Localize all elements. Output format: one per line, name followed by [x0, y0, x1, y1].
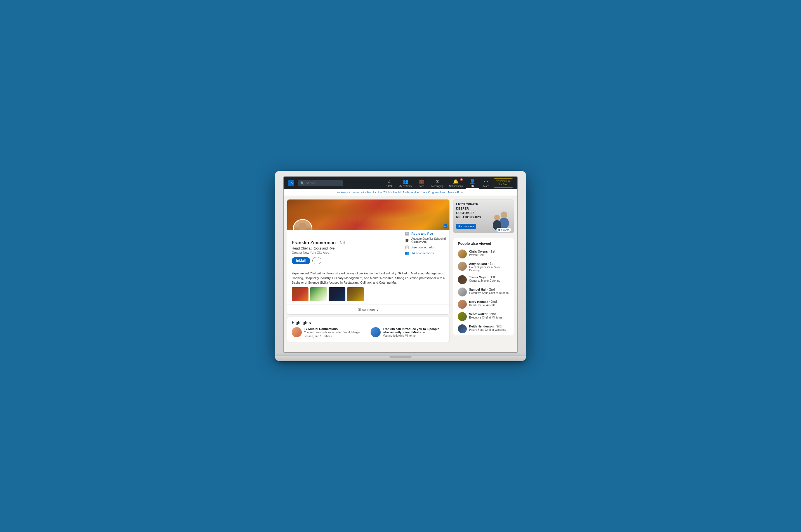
nav-item-home[interactable]: ⌂ Home: [383, 178, 396, 188]
person-avatar-2: [458, 275, 467, 284]
nav-item-me[interactable]: 👤 Me: [466, 177, 479, 189]
building-icon: 🏢: [405, 231, 409, 235]
highlight-label-1: Franklin can introduce you to 5 people w…: [383, 327, 445, 334]
profile-degree: · 3rd: [338, 241, 345, 245]
my-network-icon: 👥: [403, 179, 408, 184]
photo-2[interactable]: [310, 287, 327, 301]
highlight-text-0: 17 Mutual Connections You and Jess both …: [304, 327, 366, 338]
svg-point-0: [500, 211, 507, 218]
person-item-2[interactable]: Travis Meyer · 1st Owner at Meyer Cateri…: [453, 273, 514, 286]
person-info-2: Travis Meyer · 1st Owner at Meyer Cateri…: [469, 275, 509, 282]
ad-label: Ad: [461, 191, 464, 194]
avatar-image: [294, 220, 312, 230]
employer-row: 🏢 Roots and Rye: [405, 231, 450, 235]
highlights-card: Highlights 17 Mutual Connections You and…: [287, 317, 450, 342]
nav-item-my-network[interactable]: 👥 My Network: [397, 178, 415, 189]
profile-name-row: Franklin Zimmerman · 3rd: [292, 240, 396, 245]
avatar: [293, 219, 312, 230]
person-name-4: Mary Holmes · 2nd: [469, 300, 509, 304]
person-item-5[interactable]: Scott Walker · 2nd Executive Chef at Min…: [453, 310, 514, 323]
person-item-1[interactable]: Amy Ballard · 1st Event Supervisor at Vi…: [453, 260, 514, 273]
nav-item-notifications[interactable]: 🔔 2 Notifications: [447, 178, 465, 189]
ad-cta-button[interactable]: Find out more: [456, 224, 476, 229]
home-icon: ⌂: [388, 179, 390, 184]
nav-item-jobs[interactable]: 💼 Jobs: [415, 178, 428, 189]
employer-name[interactable]: Roots and Rye: [412, 232, 433, 235]
fixdex-icon: ◉: [498, 228, 501, 231]
connections-icon: 👥: [405, 251, 409, 255]
avatar-head: [299, 223, 307, 230]
person-item-6[interactable]: Keith Henderson · 3rd Pastry Sous Chef a…: [453, 323, 514, 335]
ad-card: LET'S CREATE DEEPER CUSTOMER RELATIONSHI…: [453, 199, 514, 233]
fixdex-name: FixDex: [501, 228, 509, 231]
premium-sub: for free: [499, 183, 507, 186]
highlight-avatar-0: [292, 327, 302, 337]
person-title-6: Pastry Sous Chef at Whistlety: [469, 328, 509, 331]
school-row: 🎓 Auguste Escoffier School of Culinary A…: [405, 237, 450, 243]
profile-actions: InMail ···: [292, 257, 396, 264]
person-item-3[interactable]: Samuel Hall · 2nd Executive Sous Chef at…: [453, 286, 514, 298]
ad-image: LET'S CREATE DEEPER CUSTOMER RELATIONSHI…: [453, 200, 514, 233]
more-options-button[interactable]: ···: [312, 257, 321, 264]
photo-1[interactable]: [292, 287, 309, 301]
person-info-3: Samuel Hall · 2nd Executive Sous Chef at…: [469, 287, 509, 294]
search-icon: 🔍: [301, 181, 304, 185]
laptop-base: [275, 356, 526, 361]
ad-banner: 7+ Years Experience? – Enroll in the CSU…: [284, 189, 517, 196]
highlights-title: Highlights: [287, 317, 450, 327]
photo-3[interactable]: [329, 287, 345, 301]
profile-summary: Experienced Chef with a demonstrated his…: [287, 271, 450, 287]
person-item-0[interactable]: Chris Owens · 1st Private Chef: [453, 248, 514, 260]
premium-button[interactable]: Try Premium for free: [494, 178, 513, 188]
ad-headline: LET'S CREATE DEEPER CUSTOMER RELATIONSHI…: [456, 202, 484, 220]
show-more-label: Show more: [358, 308, 375, 311]
highlight-desc-0: You and Jess both know Julie Carroll, Ma…: [304, 330, 366, 338]
inmail-button[interactable]: InMail: [292, 257, 310, 264]
right-info-list: 🏢 Roots and Rye 🎓 Auguste Escoffier Scho…: [405, 231, 450, 259]
person-name-0: Chris Owens · 1st: [469, 249, 509, 253]
ad-banner-text[interactable]: 7+ Years Experience? – Enroll in the CSU…: [337, 191, 459, 194]
navbar: in 🔍 ⌂ Home 👥 My Network 💼: [284, 177, 517, 189]
highlights-items: 17 Mutual Connections You and Jess both …: [287, 327, 450, 342]
profile-left: Franklin Zimmerman · 3rd Head Chef at Ro…: [287, 230, 400, 271]
svg-point-2: [494, 215, 500, 221]
linkedin-logo[interactable]: in: [288, 180, 294, 186]
profile-name: Franklin Zimmerman: [292, 240, 335, 245]
person-title-2: Owner at Meyer Catering: [469, 279, 509, 282]
highlight-text-1: Franklin can introduce you to 5 people w…: [383, 327, 445, 338]
nav-label-messaging: Messaging: [431, 185, 443, 188]
premium-label: Try Premium: [496, 180, 510, 183]
highlight-avatar-1: [370, 327, 381, 337]
profile-title: Head Chef at Roots and Rye: [292, 246, 396, 250]
photo-4[interactable]: [347, 287, 364, 301]
search-bar[interactable]: 🔍: [298, 180, 343, 186]
person-title-4: Head Chef at Antelith: [469, 304, 509, 307]
highlight-item-1: Franklin can introduce you to 5 people w…: [370, 327, 445, 338]
person-item-4[interactable]: Mary Holmes · 2nd Head Chef at Antelith: [453, 298, 514, 310]
profile-right-info: 🏢 Roots and Rye 🎓 Auguste Escoffier Scho…: [405, 230, 450, 271]
person-title-3: Executive Sous Chef at Telendo: [469, 291, 509, 294]
nav-item-messaging[interactable]: ✉ Messaging: [429, 178, 446, 189]
person-avatar-6: [458, 324, 467, 333]
nav-item-more[interactable]: ⋯ More: [480, 178, 492, 189]
profile-details: Franklin Zimmerman · 3rd Head Chef at Ro…: [287, 230, 450, 271]
people-also-viewed-title: People also viewed: [453, 238, 514, 248]
person-info-6: Keith Henderson · 3rd Pastry Sous Chef a…: [469, 324, 509, 331]
profile-photos: [287, 287, 450, 305]
nav-label-me: Me: [471, 185, 474, 187]
person-info-0: Chris Owens · 1st Private Chef: [469, 249, 509, 256]
connections-count[interactable]: 143 connections: [412, 251, 434, 255]
highlight-item-0: 17 Mutual Connections You and Jess both …: [292, 327, 366, 338]
person-info-4: Mary Holmes · 2nd Head Chef at Antelith: [469, 300, 509, 307]
person-name-3: Samuel Hall · 2nd: [469, 287, 509, 291]
profile-area: in Franklin Zimmerman · 3rd Head Chef at…: [284, 196, 453, 352]
contact-info-link[interactable]: See contact info: [412, 246, 434, 249]
notifications-icon: 🔔: [453, 179, 459, 184]
profile-location: Greater New York City Area: [292, 251, 396, 254]
school-name[interactable]: Auguste Escoffier School of Culinary Art…: [412, 237, 450, 243]
main-content: in Franklin Zimmerman · 3rd Head Chef at…: [284, 196, 517, 352]
person-avatar-0: [458, 249, 467, 259]
show-more-button[interactable]: Show more ∨: [287, 305, 450, 314]
contact-icon: 📋: [405, 245, 409, 249]
search-input[interactable]: [306, 181, 341, 185]
